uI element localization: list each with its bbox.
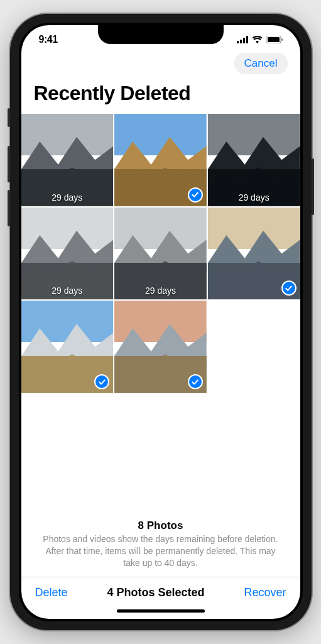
summary-description: Photos and videos show the days remainin… [39,533,283,569]
days-remaining-label: 29 days [52,286,82,296]
photo-thumb[interactable]: 29 days [21,208,114,300]
home-indicator[interactable] [117,609,205,613]
svg-rect-6 [281,38,283,41]
days-remaining-label: 29 days [145,286,176,296]
volume-down-button [8,190,10,226]
photo-thumb[interactable]: 29 days [114,208,207,300]
battery-icon [266,36,283,43]
screen: 9:41 Cancel Recently Deleted [21,25,300,619]
photo-thumb[interactable] [208,208,300,300]
bottom-toolbar: Delete 4 Photos Selected Recover [21,577,300,604]
photo-thumb[interactable]: 29 days [208,114,300,206]
checkmark-icon [94,374,109,389]
notch [98,25,224,44]
nav-bar: Cancel [21,48,300,77]
summary-block: 8 Photos Photos and videos show the days… [21,519,300,577]
cellular-signal-icon [237,36,248,43]
recover-button[interactable]: Recover [244,586,286,599]
checkmark-icon [281,280,297,296]
mute-switch [8,108,10,127]
summary-count: 8 Photos [39,519,283,532]
photo-grid: 29 days 29 days 29 days 29 days [21,114,300,393]
phone-frame: 9:41 Cancel Recently Deleted [10,14,312,630]
checkmark-icon [188,187,203,203]
checkmark-icon [188,374,203,389]
photo-thumb[interactable] [114,114,207,206]
svg-rect-1 [240,40,242,43]
power-button [312,158,314,215]
svg-rect-3 [246,36,248,43]
svg-rect-2 [243,38,245,43]
svg-rect-0 [237,41,239,43]
delete-button[interactable]: Delete [35,586,68,599]
selection-count: 4 Photos Selected [107,586,204,599]
photo-thumb[interactable] [114,301,207,393]
days-remaining-label: 29 days [52,192,82,203]
photo-thumb[interactable]: 29 days [21,114,114,206]
status-time: 9:41 [39,34,58,45]
page-title: Recently Deleted [21,77,300,114]
days-remaining-label: 29 days [239,192,269,203]
cancel-button[interactable]: Cancel [234,53,288,74]
svg-rect-5 [268,37,280,42]
volume-up-button [8,146,10,182]
photo-thumb[interactable] [21,301,114,393]
wifi-icon [252,36,263,43]
